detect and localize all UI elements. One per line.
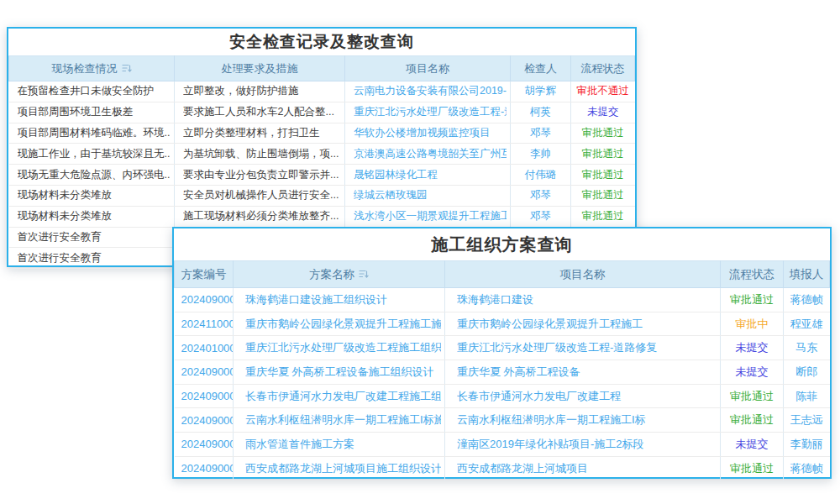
situation-cell: 现场材料未分类堆放 xyxy=(9,206,175,227)
project-cell: 潼南区2019年绿化补贴项目-施工2标段 xyxy=(445,433,721,457)
code-link[interactable]: 2024090002 xyxy=(181,438,234,450)
project-link[interactable]: 浅水湾小区一期景观提升工程施工 xyxy=(354,209,507,223)
table-row: 2024090006长春市伊通河水力发电厂改建工程施工组织设计长春市伊通河水力发… xyxy=(175,384,830,408)
table-row: 2024090002雨水管道首件施工方案潼南区2019年绿化补贴项目-施工2标段… xyxy=(175,433,830,457)
code-link[interactable]: 2024010002 xyxy=(181,342,234,354)
project-link[interactable]: 云南电力设备安装有限公司2019--2020年度 xyxy=(354,84,507,98)
code-link[interactable]: 2024090002 xyxy=(181,365,234,378)
status-cell: 审批通过 xyxy=(571,165,635,186)
measure-cell: 立即分类整理材料，打扫卫生 xyxy=(183,126,341,140)
plan-header-row: 方案编号方案名称项目名称流程状态填报人 xyxy=(175,261,830,288)
status-badge: 审批通过 xyxy=(721,389,783,404)
status-cell: 审批中 xyxy=(721,312,784,336)
project-link[interactable]: 重庆华夏 外高桥工程设备 xyxy=(457,365,717,380)
name-link[interactable]: 重庆江北污水处理厂级改造工程施工组织设计 xyxy=(245,340,441,355)
code-link[interactable]: 2024090007 xyxy=(181,293,234,306)
project-cell: 晟铭园林绿化工程 xyxy=(345,165,511,186)
situation-cell: 首次进行安全教育 xyxy=(18,230,171,244)
col-header-label: 流程状态 xyxy=(581,62,625,75)
table-row: 2024090005云南水利枢纽潜明水库一期工程施工I标施工组织设计云南水利枢纽… xyxy=(175,408,830,433)
col-header-situation[interactable]: 现场检查情况 xyxy=(9,56,175,81)
project-link[interactable]: 华软办公楼增加视频监控项目 xyxy=(354,126,507,140)
measure-cell: 要求施工人员和水车2人配合整... xyxy=(183,105,341,119)
status-badge: 未提交 xyxy=(721,365,783,380)
name-link[interactable]: 西安成都路龙湖上河城项目施工组织设计 xyxy=(245,461,441,476)
col-header-label: 方案编号 xyxy=(181,268,227,281)
inspector-name: 邓琴 xyxy=(511,209,570,223)
measure-cell: 立即分类整理材料，打扫卫生 xyxy=(175,123,345,144)
table-row: 项目部周围环境卫生极差要求施工人员和水车2人配合整...重庆江北污水处理厂级改造… xyxy=(9,102,635,123)
code-cell: 2024090002 xyxy=(175,433,234,457)
reporter-cell: 李勤丽 xyxy=(784,433,830,457)
measure-cell: 为基坑卸载、防止围墙倒塌，项... xyxy=(183,147,341,161)
project-cell: 云南电力设备安装有限公司2019--2020年度 xyxy=(345,81,511,102)
project-link[interactable]: 重庆江北污水处理厂级改造工程-道路修复 xyxy=(457,340,717,355)
col-header-status: 流程状态 xyxy=(721,261,784,288)
name-link[interactable]: 云南水利枢纽潜明水库一期工程施工I标施工组织设计 xyxy=(245,412,441,428)
code-cell: 2024090005 xyxy=(175,408,234,433)
plan-table: 方案编号方案名称项目名称流程状态填报人 2024090007珠海鹤港口建设施工组… xyxy=(174,260,830,481)
status-cell: 未提交 xyxy=(571,102,635,123)
measure-cell: 要求施工人员和水车2人配合整... xyxy=(175,102,345,123)
project-cell: 重庆江北污水处理厂级改造工程-道路修复 xyxy=(445,336,721,360)
code-cell: 2024110001 xyxy=(175,312,234,336)
table-row: 现场材料未分类堆放施工现场材料必须分类堆放整齐...浅水湾小区一期景观提升工程施… xyxy=(9,206,635,227)
table-row: 2024090007珠海鹤港口建设施工组织设计珠海鹤港口建设审批通过蒋德帧 xyxy=(175,288,830,312)
reporter-cell: 蒋德帧 xyxy=(784,288,830,312)
reporter-cell: 蒋德帧 xyxy=(784,456,830,480)
project-link[interactable]: 晟铭园林绿化工程 xyxy=(354,168,507,182)
situation-cell: 项目部周围环境卫生极差 xyxy=(18,105,171,119)
status-badge: 审批通过 xyxy=(571,168,635,182)
code-cell: 2024090007 xyxy=(175,288,234,312)
status-cell: 审批通过 xyxy=(571,123,635,144)
table-row: 在预留检查井口未做安全防护立即整改，做好防护措施云南电力设备安装有限公司2019… xyxy=(9,81,635,102)
reporter-cell: 王志远 xyxy=(784,408,830,433)
situation-cell: 首次进行安全教育 xyxy=(9,248,175,269)
status-badge: 审批通过 xyxy=(721,292,783,307)
name-cell: 长春市伊通河水力发电厂改建工程施工组织设计 xyxy=(234,384,445,408)
situation-cell: 现施工作业，由于基坑较深且无... xyxy=(18,147,171,161)
col-header-label: 项目名称 xyxy=(560,268,606,281)
project-cell: 京港澳高速公路粤境韶关至广州互通路面改 xyxy=(345,144,511,165)
code-link[interactable]: 2024090006 xyxy=(181,390,234,402)
name-link[interactable]: 重庆市鹅岭公园绿化景观提升工程施工施工组织设计 xyxy=(245,317,441,332)
col-header-name[interactable]: 方案名称 xyxy=(234,261,445,288)
name-link[interactable]: 重庆华夏 外高桥工程设备施工组织设计 xyxy=(245,365,441,380)
plan-panel-title: 施工组织方案查询 xyxy=(174,228,830,260)
project-link[interactable]: 绿城云栖玫瑰园 xyxy=(354,188,507,202)
measure-cell: 施工现场材料必须分类堆放整齐... xyxy=(183,209,341,223)
project-link[interactable]: 云南水利枢纽潜明水库一期工程施工I标 xyxy=(457,412,717,428)
project-link[interactable]: 长春市伊通河水力发电厂改建工程 xyxy=(457,389,717,404)
status-badge: 未提交 xyxy=(571,105,635,119)
code-cell: 2024090001 xyxy=(175,456,234,480)
name-link[interactable]: 珠海鹤港口建设施工组织设计 xyxy=(245,292,441,307)
project-link[interactable]: 潼南区2019年绿化补贴项目-施工2标段 xyxy=(457,437,717,452)
code-link[interactable]: 2024110001 xyxy=(181,318,234,330)
inspector-name: 柯英 xyxy=(511,105,570,119)
col-header-label: 检查人 xyxy=(524,62,557,75)
code-link[interactable]: 2024090001 xyxy=(181,462,234,475)
name-cell: 雨水管道首件施工方案 xyxy=(234,433,445,457)
measure-cell: 安全员对机械操作人员进行安全... xyxy=(175,185,345,206)
code-cell: 2024090006 xyxy=(175,384,234,408)
status-badge: 审批通过 xyxy=(721,461,783,476)
table-row: 2024090001西安成都路龙湖上河城项目施工组织设计西安成都路龙湖上河城项目… xyxy=(175,456,830,480)
situation-cell: 项目部周围材料堆码临难。环境... xyxy=(18,126,171,140)
project-link[interactable]: 京港澳高速公路粤境韶关至广州互通路面改 xyxy=(354,147,507,161)
project-link[interactable]: 重庆市鹅岭公园绿化景观提升工程施工 xyxy=(457,317,717,332)
situation-cell: 项目部周围材料堆码临难。环境... xyxy=(9,123,175,144)
col-header-status: 流程状态 xyxy=(571,56,635,81)
reporter-cell: 马东 xyxy=(784,336,830,360)
code-cell: 2024090002 xyxy=(175,360,234,385)
status-cell: 审批通过 xyxy=(721,456,784,480)
project-link[interactable]: 重庆江北污水处理厂级改造工程-道路修复 xyxy=(354,105,507,119)
inspector-cell: 胡学辉 xyxy=(511,81,571,102)
col-header-label: 填报人 xyxy=(790,268,824,281)
col-header-measure: 处理要求及措施 xyxy=(175,56,345,81)
name-link[interactable]: 长春市伊通河水力发电厂改建工程施工组织设计 xyxy=(245,389,441,404)
project-link[interactable]: 珠海鹤港口建设 xyxy=(457,292,717,307)
project-link[interactable]: 西安成都路龙湖上河城项目 xyxy=(457,461,717,476)
code-link[interactable]: 2024090005 xyxy=(181,414,234,427)
inspector-cell: 邓琴 xyxy=(511,185,571,206)
name-link[interactable]: 雨水管道首件施工方案 xyxy=(245,437,441,452)
